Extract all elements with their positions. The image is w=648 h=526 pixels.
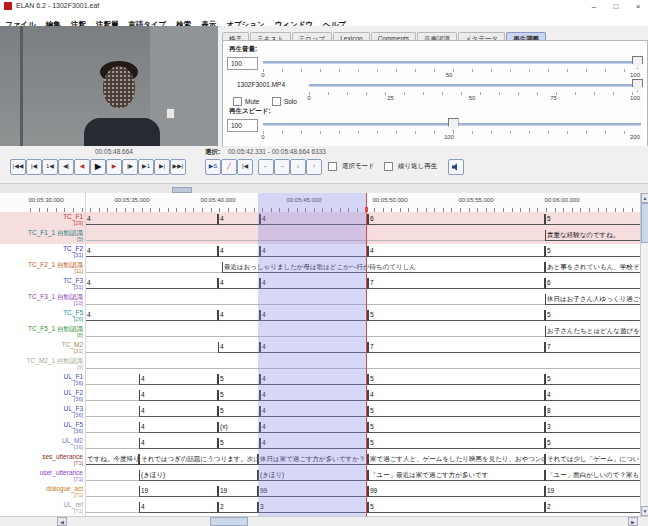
annotation-cell[interactable]: 4 xyxy=(218,342,260,353)
scroll-left-icon[interactable]: ◀ xyxy=(57,517,67,526)
play-selection-button[interactable]: ▶S xyxy=(205,159,221,175)
loop-mode-checkbox[interactable] xyxy=(384,162,393,171)
annotation-cell[interactable]: 5 xyxy=(545,246,640,257)
annotation-cell[interactable]: 2 xyxy=(218,502,258,513)
annotation-cell[interactable]: 7 xyxy=(368,342,545,353)
vertical-scroll-thumb[interactable] xyxy=(641,203,648,243)
scroll-right-icon[interactable]: ▶ xyxy=(628,517,638,526)
annotation-cell[interactable]: それでは少し「ゲーム」について xyxy=(545,454,640,465)
annotation-cell[interactable]: 4 xyxy=(218,214,260,225)
scroll-down-icon[interactable]: ▼ xyxy=(641,506,648,516)
frame-forward-button[interactable]: |▶ xyxy=(122,159,138,175)
selection-mode-checkbox[interactable] xyxy=(328,162,337,171)
horizontal-scroll-thumb[interactable] xyxy=(210,517,248,526)
pixel-forward-button[interactable]: ▶ xyxy=(106,159,122,175)
annotation-cell[interactable]: 5 xyxy=(368,438,545,449)
tier-down-button[interactable]: ↓ xyxy=(290,159,306,175)
annotation-cell[interactable]: 4 xyxy=(139,374,218,385)
annotation-cell[interactable]: 4 xyxy=(545,390,640,401)
media-volume-slider[interactable] xyxy=(309,79,641,91)
annotation-cell[interactable]: 2 xyxy=(545,502,640,513)
rate-spinner[interactable]: 100 xyxy=(227,119,258,132)
annotation-cell[interactable]: 貴重な経験なのですね。 xyxy=(545,230,640,241)
annotation-cell[interactable]: 5 xyxy=(545,310,640,321)
annotation-cell[interactable]: 4 xyxy=(218,278,260,289)
goto-selection-begin-button[interactable]: |◀ xyxy=(237,159,253,175)
annotation-cell[interactable]: 5 xyxy=(368,374,545,385)
annotation-cell[interactable]: 19 xyxy=(218,486,258,497)
close-button[interactable]: × xyxy=(628,0,648,13)
speaker-icon[interactable] xyxy=(448,159,464,175)
video-player[interactable] xyxy=(0,26,218,146)
annotation-cell[interactable]: 19 xyxy=(545,486,640,497)
second-backward-button[interactable]: 1◀ xyxy=(42,159,58,175)
annotation-cell[interactable]: (きほり) xyxy=(139,470,258,481)
annotation-cell[interactable]: 5 xyxy=(545,214,640,225)
annotation-cell[interactable]: 4 xyxy=(85,310,218,321)
mute-checkbox[interactable] xyxy=(233,97,242,106)
tier-up-button[interactable]: ↑ xyxy=(306,159,322,175)
rate-slider[interactable] xyxy=(263,118,641,130)
annotation-cell[interactable]: 19 xyxy=(139,486,218,497)
annotation-cell[interactable]: 4 xyxy=(139,438,218,449)
annotation-cell[interactable]: 5 xyxy=(368,502,545,513)
annotation-cell[interactable]: 6 xyxy=(545,278,640,289)
pixel-backward-button[interactable]: ◀ xyxy=(74,159,90,175)
annotation-cell[interactable]: 5 xyxy=(218,374,260,385)
volume-slider[interactable] xyxy=(263,56,641,68)
clear-selection-button[interactable]: ╱ xyxy=(221,159,237,175)
annotation-cell[interactable]: 4 xyxy=(139,390,218,401)
goto-media-end-button[interactable]: ▶▶| xyxy=(170,159,186,175)
previous-annotation-button[interactable]: ← xyxy=(258,159,274,175)
goto-media-begin-button[interactable]: |◀◀ xyxy=(10,159,26,175)
next-annotation-button[interactable]: → xyxy=(274,159,290,175)
frame-backward-button[interactable]: ◀| xyxy=(58,159,74,175)
annotation-cell[interactable]: 5 xyxy=(218,390,260,401)
minimize-button[interactable]: – xyxy=(584,0,604,13)
annotation-cell[interactable]: 4 xyxy=(85,246,218,257)
horizontal-scrollbar[interactable]: ◀ ▶ xyxy=(0,516,648,526)
annotation-cell[interactable]: 3 xyxy=(545,422,640,433)
next-scrollview-button[interactable]: ▶| xyxy=(154,159,170,175)
annotation-cell[interactable]: 8 xyxy=(545,406,640,417)
annotation-cell[interactable]: 4 xyxy=(368,246,545,257)
annotation-cell[interactable]: (x) xyxy=(218,422,260,433)
annotation-cell[interactable]: 家で過ごす人と、ゲームをしたり映画を見たり、おやつンの話、 xyxy=(368,454,545,465)
annotation-cell[interactable]: 99 xyxy=(368,486,545,497)
annotation-cell[interactable]: 4 xyxy=(218,246,260,257)
annotation-cell[interactable]: 「ユー」面白がしいので？家もこねり xyxy=(545,470,640,481)
second-forward-button[interactable]: ▶1 xyxy=(138,159,154,175)
annotation-cell[interactable]: 4 xyxy=(139,502,218,513)
annotation-cell[interactable]: あと事をされていもん、学校ぞこい xyxy=(545,262,640,273)
media-volume-slider-thumb[interactable] xyxy=(632,79,643,92)
play-pause-button[interactable]: ▶ xyxy=(90,159,106,175)
annotation-cell[interactable]: 7 xyxy=(545,342,640,353)
volume-slider-thumb[interactable] xyxy=(632,56,643,69)
annotation-cell[interactable]: 5 xyxy=(218,406,260,417)
annotation-cell[interactable]: 5 xyxy=(545,438,640,449)
annotation-cell[interactable]: 5 xyxy=(368,406,545,417)
annotation-cell[interactable]: 5 xyxy=(368,310,545,321)
annotation-cell[interactable]: 4 xyxy=(368,390,545,401)
annotation-cell[interactable]: 休日はお子さん人ゆっくり過ごせな xyxy=(545,294,640,305)
rate-slider-thumb[interactable] xyxy=(448,118,459,131)
annotation-cell[interactable]: 5 xyxy=(545,374,640,385)
annotation-cell[interactable]: それではつぎの話題にうつります。次に「お xyxy=(139,454,258,465)
annotation-cell[interactable]: 6 xyxy=(368,214,545,225)
annotation-cell[interactable]: 「ユー」最近は家で過ごす方が多いです xyxy=(368,470,545,481)
annotation-cell[interactable]: 4 xyxy=(85,278,218,289)
previous-scrollview-button[interactable]: |◀ xyxy=(26,159,42,175)
scroll-up-icon[interactable]: ▲ xyxy=(641,193,648,203)
annotation-cell[interactable]: 4 xyxy=(218,310,260,321)
solo-checkbox[interactable] xyxy=(272,97,281,106)
annotation-cell[interactable]: 5 xyxy=(368,422,545,433)
annotation-cell[interactable]: ですね。今度帰り際に、 xyxy=(85,454,139,465)
maximize-button[interactable]: □ xyxy=(606,0,626,13)
annotation-cell[interactable]: 4 xyxy=(139,406,218,417)
annotation-cell[interactable]: 5 xyxy=(218,438,260,449)
annotation-cell[interactable]: 4 xyxy=(139,422,218,433)
vertical-scrollbar[interactable]: ▲ ▼ xyxy=(640,193,648,516)
annotation-cell[interactable]: 4 xyxy=(85,214,218,225)
annotation-cell[interactable]: 7 xyxy=(368,278,545,289)
volume-spinner[interactable]: 100 xyxy=(227,57,258,70)
